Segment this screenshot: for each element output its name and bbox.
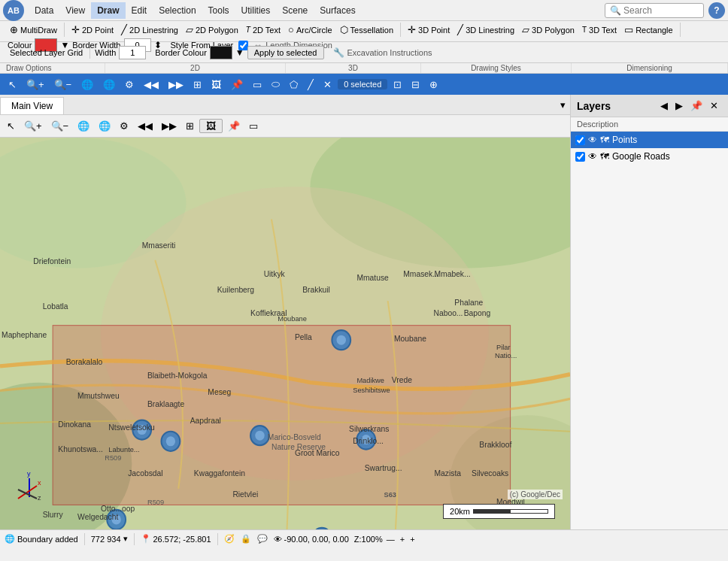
action-extra1[interactable]: ⊡: [390, 77, 405, 92]
svg-text:Swartrug...: Swartrug...: [365, 463, 402, 472]
svg-text:Kuilenberg: Kuilenberg: [217, 285, 254, 294]
forward-btn[interactable]: ▶▶: [165, 77, 187, 92]
status-extra3: 💬: [257, 534, 268, 544]
border-colour-dropdown-icon[interactable]: ▼: [235, 47, 244, 58]
tab-dropdown-arrow[interactable]: ▾: [556, 96, 570, 114]
zoom-reset-btn[interactable]: +: [408, 535, 416, 544]
action-extra3[interactable]: ⊕: [426, 77, 441, 92]
action-extra2[interactable]: ⊟: [408, 77, 423, 92]
select-tool-btn[interactable]: ↖: [5, 77, 20, 92]
polygon-select-btn[interactable]: ⬠: [286, 77, 302, 92]
layer-item-points[interactable]: 👁 🗺 Points: [571, 132, 728, 148]
menu-edit[interactable]: Edit: [126, 2, 153, 19]
width-input[interactable]: [119, 46, 146, 59]
clear-select-btn[interactable]: ✕: [320, 77, 335, 92]
status-zoom-dropdown[interactable]: ▾: [123, 534, 128, 544]
menu-data[interactable]: Data: [29, 2, 59, 19]
pin-btn[interactable]: 📌: [227, 77, 247, 92]
2d-point-btn[interactable]: ✛ 2D Point: [68, 23, 117, 37]
excavation-instructions-label[interactable]: Excavation Instructions: [347, 48, 432, 57]
map-globe-btn1[interactable]: 🌐: [74, 119, 93, 133]
map-settings-btn[interactable]: ⚙: [116, 119, 132, 133]
menu-view[interactable]: View: [59, 2, 91, 19]
menu-tools[interactable]: Tools: [202, 2, 235, 19]
tessellation-icon: ⬡: [340, 24, 348, 35]
layers-title: Layers: [577, 100, 657, 112]
2d-text-btn[interactable]: T 2D Text: [242, 24, 284, 36]
2d-polygon-btn[interactable]: ▱ 2D Polygon: [182, 23, 242, 37]
svg-text:Pilar: Pilar: [496, 343, 511, 351]
menu-utilities[interactable]: Utilities: [235, 2, 277, 19]
layer-points-eye-icon: 👁: [588, 135, 597, 145]
menu-scene[interactable]: Scene: [276, 2, 314, 19]
2d-point-label: 2D Point: [82, 26, 114, 35]
3d-text-btn[interactable]: T 3D Text: [578, 24, 620, 36]
3d-linestring-btn[interactable]: ╱ 3D Linestring: [453, 23, 518, 37]
zoom-plus-btn[interactable]: +: [399, 535, 406, 544]
layers-pin-btn[interactable]: 📌: [687, 99, 706, 113]
rect-select-btn[interactable]: ▭: [249, 77, 265, 92]
svg-text:Rietvlei: Rietvlei: [232, 489, 258, 498]
map-globe-btn2[interactable]: 🌐: [95, 119, 114, 133]
svg-text:R509: R509: [147, 498, 164, 506]
zoom-in-btn[interactable]: 🔍+: [23, 77, 48, 92]
apply-to-selected-btn[interactable]: Apply to selected: [247, 46, 324, 59]
svg-text:Uitkyk: Uitkyk: [264, 268, 286, 277]
globe-btn2[interactable]: 🌐: [99, 77, 119, 92]
line-select-btn[interactable]: ╱: [304, 77, 317, 92]
map-pin-btn[interactable]: 📌: [224, 119, 244, 133]
svg-text:Maphephane: Maphephane: [2, 330, 47, 339]
map-zoom-in-btn[interactable]: 🔍+: [20, 119, 46, 133]
settings-btn[interactable]: ⚙: [121, 77, 138, 92]
menu-surfaces[interactable]: Surfaces: [314, 2, 361, 19]
map-grid-btn[interactable]: ⊞: [182, 119, 198, 133]
status-zoom[interactable]: 772 934 ▾: [91, 534, 128, 544]
svg-text:Brakkloof: Brakkloof: [479, 440, 511, 449]
excavation-group: 🔧 Excavation Instructions: [329, 46, 437, 59]
map-rewind-btn[interactable]: ◀◀: [134, 119, 156, 133]
layer-roads-checkbox[interactable]: [575, 152, 585, 162]
arc-circle-icon: ○: [288, 24, 294, 35]
search-input[interactable]: [623, 5, 699, 16]
layer-points-checkbox[interactable]: [575, 135, 585, 145]
tessellation-btn[interactable]: ⬡ Tessellation: [336, 23, 397, 37]
svg-text:y: y: [27, 470, 31, 478]
map-select-btn[interactable]: ↖: [3, 119, 19, 133]
2d-linestring-btn[interactable]: ╱ 2D Linestring: [117, 23, 182, 37]
main-view-tab[interactable]: Main View: [0, 97, 64, 114]
layers-close-btn[interactable]: ✕: [706, 99, 722, 113]
coordinates-value: 26.572; -25.801: [153, 535, 211, 544]
zoom-minus-btn[interactable]: —: [385, 535, 396, 544]
grid-btn[interactable]: ⊞: [190, 77, 205, 92]
border-colour-picker[interactable]: [210, 46, 232, 59]
rectangle-btn[interactable]: ▭ Rectangle: [620, 23, 677, 37]
help-button[interactable]: ?: [708, 2, 725, 19]
layers-forward-btn[interactable]: ▶: [672, 99, 687, 113]
svg-text:Blaibeth-Mokgola: Blaibeth-Mokgola: [147, 371, 208, 380]
map-rect-btn[interactable]: ▭: [245, 119, 262, 133]
svg-text:Pella: Pella: [295, 332, 312, 341]
zoom-out-btn[interactable]: 🔍−: [50, 77, 76, 92]
lasso-btn[interactable]: ⬭: [268, 77, 284, 92]
map-canvas[interactable]: Lobatla Maphephane Borakalalo Blaibeth-M…: [0, 138, 570, 529]
menu-selection[interactable]: Selection: [153, 2, 202, 19]
map-zoom-out-btn[interactable]: 🔍−: [47, 119, 73, 133]
svg-text:Meseg: Meseg: [208, 387, 231, 396]
map-frame-btn[interactable]: 🖼: [199, 119, 223, 133]
3d-polygon-btn[interactable]: ▱ 3D Polygon: [518, 23, 578, 37]
selected-layer-grid-btn[interactable]: Selected Layer Grid: [6, 47, 86, 59]
map-forward-btn[interactable]: ▶▶: [158, 119, 180, 133]
eye-icon: 👁: [274, 535, 282, 544]
arc-circle-btn[interactable]: ○ Arc/Circle: [284, 23, 336, 37]
draw-options-label: Draw Options: [0, 63, 105, 73]
frame-btn[interactable]: 🖼: [208, 77, 225, 92]
multidraw-btn[interactable]: ⊕ MultiDraw: [6, 23, 61, 37]
menu-draw[interactable]: Draw: [91, 2, 125, 19]
layers-back-btn[interactable]: ◀: [657, 99, 672, 113]
rewind-btn[interactable]: ◀◀: [140, 77, 162, 92]
globe-btn1[interactable]: 🌐: [77, 77, 97, 92]
drawing-styles-section-label: Drawing Styles: [421, 63, 572, 73]
svg-text:Groot Marico: Groot Marico: [295, 448, 340, 457]
3d-point-btn[interactable]: ✛ 3D Point: [404, 23, 453, 37]
layer-item-google-roads[interactable]: 👁 🗺 Google Roads: [571, 148, 728, 165]
